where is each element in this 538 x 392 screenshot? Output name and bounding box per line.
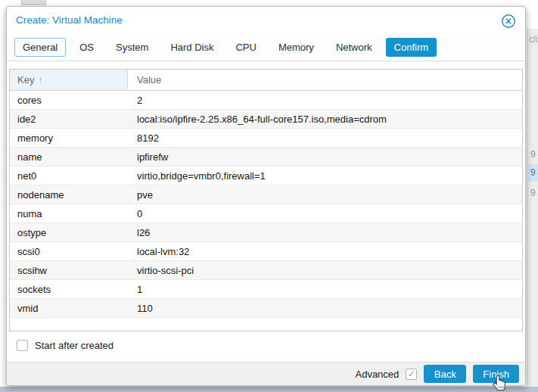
table-row[interactable]: scsi0local-lvm:32 [10, 242, 522, 261]
table-row[interactable]: memory8192 [10, 129, 522, 148]
start-after-created-checkbox[interactable] [17, 340, 28, 351]
tab-confirm[interactable]: Confirm [386, 38, 437, 57]
row-value: 0 [128, 208, 522, 219]
summary-table: Key ↑ Value cores2 ide2local:iso/ipfire-… [9, 69, 523, 331]
tab-os[interactable]: OS [71, 38, 102, 57]
start-after-created-row: Start after created [17, 340, 114, 351]
column-header-value[interactable]: Value [128, 70, 522, 90]
table-header: Key ↑ Value [10, 70, 522, 91]
row-value: l26 [128, 227, 522, 238]
background-tab-fragment [21, 0, 46, 5]
row-key: memory [10, 132, 128, 144]
tab-system[interactable]: System [107, 38, 157, 57]
row-value: ipfirefw [128, 151, 522, 163]
table-row[interactable]: cores2 [10, 91, 522, 110]
row-value: 110 [128, 303, 522, 314]
row-key: ide2 [10, 114, 128, 125]
table-body: cores2 ide2local:iso/ipfire-2.25.x86_64-… [10, 91, 522, 318]
row-key: ostype [10, 227, 128, 238]
create-vm-dialog: Create: Virtual Machine General OS Syste… [6, 6, 526, 386]
table-row[interactable]: scsihwvirtio-scsi-pci [10, 261, 522, 280]
row-value: 2 [128, 95, 522, 106]
row-value: virtio-scsi-pci [128, 265, 522, 276]
dialog-header: Create: Virtual Machine [7, 7, 525, 34]
table-row[interactable]: nameipfirefw [10, 148, 522, 166]
advanced-label: Advanced [355, 369, 399, 380]
row-key: nodename [10, 189, 128, 201]
column-header-key[interactable]: Key ↑ [10, 70, 128, 90]
tab-network[interactable]: Network [328, 38, 381, 57]
table-row[interactable]: net0virtio,bridge=vmbr0,firewall=1 [10, 166, 522, 185]
column-header-value-label: Value [137, 74, 161, 86]
background-text-fragment: cli [529, 35, 537, 44]
table-row[interactable]: vmid110 [10, 299, 522, 318]
background-text-fragment: 9 [530, 168, 536, 177]
tab-memory[interactable]: Memory [270, 38, 322, 57]
finish-button[interactable]: Finish [473, 365, 519, 383]
row-key: vmid [10, 303, 128, 314]
tab-general[interactable]: General [14, 38, 66, 57]
background-text-fragment: 9 [530, 188, 536, 198]
close-icon[interactable] [501, 14, 516, 29]
table-row[interactable]: nodenamepve [10, 185, 522, 204]
table-row[interactable]: numa0 [10, 204, 522, 223]
table-row[interactable]: ide2local:iso/ipfire-2.25.x86_64-full-co… [10, 110, 522, 129]
column-header-key-label: Key [17, 74, 34, 86]
dialog-footer: Advanced ✓ Back Finish [7, 362, 525, 385]
table-row[interactable]: ostypel26 [10, 223, 522, 242]
tab-cpu[interactable]: CPU [227, 38, 264, 57]
row-key: name [10, 151, 128, 163]
screen: cli 9 9 9 Create: Virtual Machine Genera… [0, 0, 538, 392]
tab-hard-disk[interactable]: Hard Disk [162, 38, 222, 57]
row-key: scsi0 [10, 246, 128, 257]
background-scroll-track [527, 29, 538, 387]
row-value: 1 [128, 284, 522, 295]
background-page-strip [0, 387, 538, 392]
wizard-tabbar: General OS System Hard Disk CPU Memory N… [7, 34, 525, 61]
advanced-checkbox[interactable]: ✓ [406, 369, 417, 380]
row-value: local-lvm:32 [128, 246, 522, 257]
row-key: net0 [10, 170, 128, 182]
sort-asc-icon: ↑ [38, 75, 42, 86]
background-text-fragment: 9 [530, 150, 536, 159]
row-value: local:iso/ipfire-2.25.x86_64-full-core15… [128, 114, 522, 125]
row-key: numa [10, 208, 128, 219]
row-key: sockets [10, 284, 128, 295]
row-key: scsihw [10, 265, 128, 276]
row-key: cores [10, 95, 128, 106]
row-value: 8192 [128, 132, 522, 144]
dialog-title: Create: Virtual Machine [16, 14, 123, 26]
back-button[interactable]: Back [424, 365, 466, 383]
start-after-created-label: Start after created [35, 340, 114, 351]
row-value: virtio,bridge=vmbr0,firewall=1 [128, 170, 522, 182]
table-row[interactable]: sockets1 [10, 280, 522, 299]
row-value: pve [128, 189, 522, 201]
